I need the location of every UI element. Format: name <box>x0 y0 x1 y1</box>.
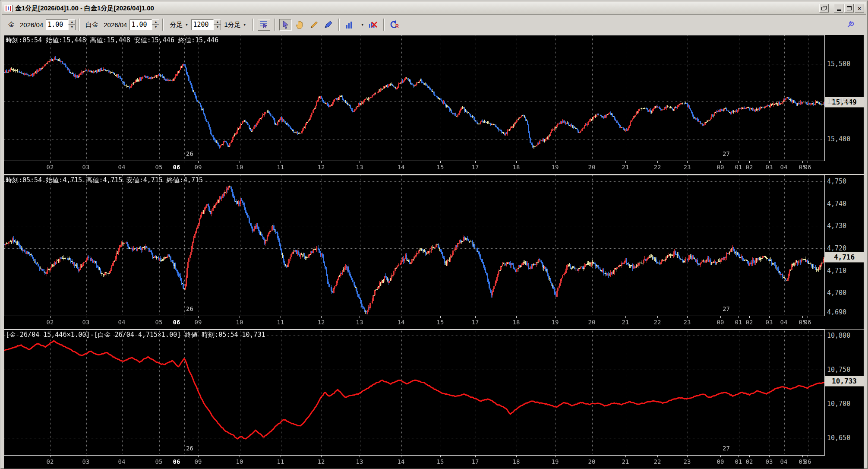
time-axis-tick <box>555 161 556 163</box>
day-marker-label: 26 <box>186 445 193 452</box>
time-axis-label: 02 <box>746 458 753 465</box>
time-axis-tick <box>625 316 626 318</box>
time-axis-tick <box>401 316 401 318</box>
time-axis-tick <box>86 316 86 318</box>
platinum-multiplier-up-button[interactable]: ▲ <box>152 19 159 25</box>
time-axis-label: 06 <box>804 458 811 465</box>
platinum-chart-block: 時刻:05:54 始値:4,715 高値:4,715 安値:4,715 終値:4… <box>4 175 864 328</box>
time-axis-label: 04 <box>118 164 126 171</box>
remove-indicator-button[interactable] <box>367 19 379 31</box>
time-axis-label: 12 <box>318 458 325 465</box>
time-axis-tick <box>555 316 556 318</box>
minimize-icon <box>837 10 841 11</box>
minimize-button[interactable] <box>834 4 843 13</box>
platinum-plot-area: 時刻:05:54 始値:4,715 高値:4,715 安値:4,715 終値:4… <box>4 175 825 316</box>
refresh-icon: R <box>390 20 399 29</box>
time-axis-label: 06 <box>804 319 811 326</box>
time-axis-tick <box>625 161 626 163</box>
time-axis-tick <box>475 456 476 457</box>
time-axis-tick <box>808 456 808 457</box>
time-axis-tick <box>769 316 770 318</box>
time-axis-tick <box>592 456 592 457</box>
time-axis-tick <box>360 456 360 457</box>
platinum-multiplier-down-button[interactable]: ▼ <box>152 25 159 30</box>
gold-multiplier-down-button[interactable]: ▼ <box>68 25 76 30</box>
delete-chart-icon <box>368 20 378 29</box>
bar-count-down-button[interactable]: ▼ <box>214 25 221 30</box>
time-axis-tick <box>802 316 803 318</box>
time-axis-label: 23 <box>684 319 691 326</box>
time-axis-tick <box>198 316 199 318</box>
time-axis-tick <box>122 456 122 457</box>
time-axis-label: 02 <box>47 164 54 171</box>
window-copy-button[interactable] <box>819 4 829 13</box>
time-axis-tick <box>240 316 240 318</box>
time-axis-tick <box>687 456 688 457</box>
gold-multiplier-up-button[interactable]: ▲ <box>68 19 76 25</box>
time-axis-tick <box>769 161 770 163</box>
time-axis-tick <box>159 316 159 318</box>
title-bar: 金1分足[2026/04]1.00 - 白金1分足[2026/04]1.00 × <box>2 2 866 14</box>
toolbar-separator <box>79 19 80 31</box>
time-axis-tick <box>122 316 122 318</box>
spread-line-canvas[interactable] <box>4 330 824 454</box>
time-axis-tick <box>401 161 401 163</box>
time-axis-label: 14 <box>398 458 405 465</box>
close-button[interactable]: × <box>855 4 864 13</box>
wrench-icon <box>846 20 855 29</box>
time-axis-label: 18 <box>513 164 520 171</box>
gold-multiplier-spinbox: ▲ ▼ <box>46 19 76 30</box>
time-axis-tick <box>401 456 401 457</box>
pan-tool-button[interactable] <box>294 19 306 31</box>
time-axis-label: 11 <box>277 164 284 171</box>
gold-candle-canvas[interactable] <box>4 35 824 160</box>
maximize-button[interactable] <box>844 4 854 13</box>
time-axis-label: 22 <box>654 319 661 326</box>
time-axis-tick <box>555 456 556 457</box>
time-axis-label: 10 <box>236 164 243 171</box>
time-axis-tick <box>50 161 51 163</box>
platinum-price-axis: 4,716 4,7504,7404,7304,7204,7104,7004,69… <box>825 175 864 328</box>
time-axis-label: 17 <box>472 319 479 326</box>
time-axis-label: 11 <box>277 458 284 465</box>
time-axis-label: 01 <box>735 458 742 465</box>
time-axis-tick <box>516 316 517 318</box>
gold-multiplier-input[interactable] <box>46 19 68 30</box>
cursor-arrow-icon <box>281 20 289 29</box>
platinum-multiplier-input[interactable] <box>129 19 152 30</box>
marker-tool-button[interactable] <box>322 19 335 31</box>
gold-price-axis: 15,449 15,50015,45015,400 <box>825 35 864 173</box>
interval-label: 1分足 <box>224 21 240 29</box>
time-axis-label: 04 <box>118 458 126 465</box>
bar-count-up-button[interactable]: ▲ <box>214 19 221 25</box>
window-title: 金1分足[2026/04]1.00 - 白金1分足[2026/04]1.00 <box>15 4 154 13</box>
time-axis-label: 02 <box>47 319 54 326</box>
platinum-candle-canvas[interactable] <box>4 175 824 315</box>
time-axis-tick <box>808 316 808 318</box>
time-axis-tick <box>159 456 159 457</box>
day-marker-label: 26 <box>186 150 193 157</box>
reload-button[interactable]: R <box>388 19 401 31</box>
chart-style-button[interactable] <box>344 19 356 31</box>
time-axis-label: 06 <box>173 458 180 465</box>
chart-style-dropdown[interactable]: ▼ <box>358 19 365 30</box>
price-axis-label: 10,700 <box>827 400 850 408</box>
select-tool-button[interactable] <box>279 19 292 31</box>
bar-count-input[interactable] <box>191 19 214 30</box>
time-axis-label: 04 <box>118 319 126 326</box>
spread-last-price-badge: 10,733 <box>825 376 864 387</box>
settings-wrench-button[interactable] <box>844 19 856 31</box>
time-axis-label: 03 <box>766 458 773 465</box>
time-axis-tick <box>281 316 281 318</box>
time-axis-label: 03 <box>82 319 90 326</box>
time-axis-label: 19 <box>552 319 559 326</box>
bar-type-dropdown[interactable]: 分足 ▼ <box>167 19 190 30</box>
draw-line-button[interactable] <box>308 19 320 31</box>
price-axis-label: 10,800 <box>827 332 850 339</box>
time-axis-label: 04 <box>780 458 788 465</box>
chart-settings-button[interactable] <box>258 19 270 31</box>
time-axis-label: 00 <box>717 458 724 465</box>
time-axis-tick <box>802 161 803 163</box>
interval-dropdown[interactable]: 1分足 ▼ <box>222 19 248 30</box>
time-axis-tick <box>321 316 322 318</box>
